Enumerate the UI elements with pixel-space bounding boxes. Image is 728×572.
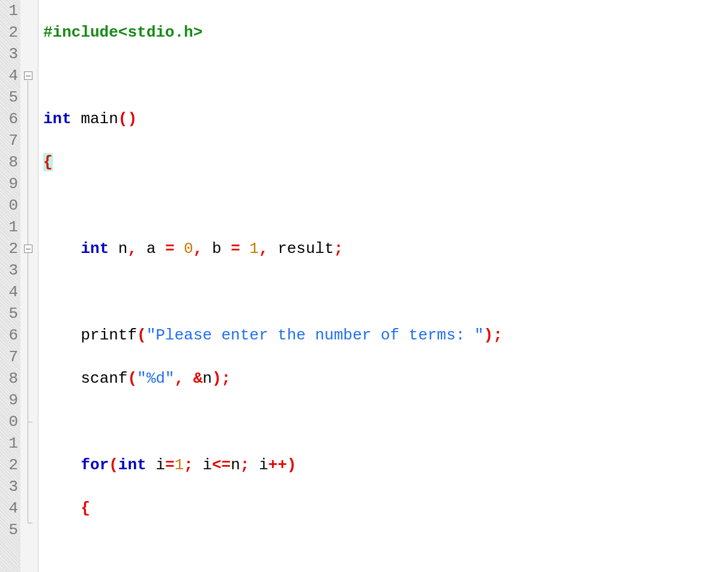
paren-close-token: ) <box>127 110 137 128</box>
semicolon-token: ; <box>493 326 503 344</box>
semicolon-token: ; <box>184 456 193 474</box>
line-number: 2 <box>0 454 18 476</box>
whitespace <box>174 240 184 258</box>
code-line[interactable]: { <box>43 151 728 173</box>
line-number: 1 <box>0 433 18 454</box>
paren-close-token: ) <box>212 370 222 388</box>
paren-open-token: ( <box>137 326 147 344</box>
fold-end-marker <box>28 523 32 523</box>
code-line[interactable]: scanf("%d", &n); <box>43 368 728 389</box>
identifier-token: a <box>137 240 165 258</box>
line-number-gutter: 1 2 3 4 5 6 7 8 9 0 1 2 3 4 5 6 7 8 9 0 … <box>0 0 20 572</box>
fold-guide <box>28 81 28 523</box>
fold-toggle-icon[interactable] <box>24 72 32 80</box>
identifier-token: i <box>147 456 165 474</box>
code-line[interactable]: #include<stdio.h> <box>43 22 728 43</box>
line-number: 4 <box>0 65 18 87</box>
operator-token: <= <box>212 456 231 474</box>
line-number: 0 <box>0 195 18 216</box>
fold-toggle-icon[interactable] <box>24 245 32 253</box>
code-editor: 1 2 3 4 5 6 7 8 9 0 1 2 3 4 5 6 7 8 9 0 … <box>0 0 728 572</box>
identifier-token: n <box>202 370 212 388</box>
line-number: 6 <box>0 324 18 346</box>
code-line[interactable] <box>43 195 728 216</box>
identifier-token: i <box>193 456 212 474</box>
paren-open-token: ( <box>109 456 118 474</box>
line-number: 1 <box>0 216 18 238</box>
code-line[interactable] <box>43 541 728 562</box>
line-number: 5 <box>0 303 18 324</box>
code-area[interactable]: #include<stdio.h> int main() { int n, a … <box>38 0 728 572</box>
fold-end-marker <box>28 422 32 422</box>
paren-open-token: ( <box>127 370 137 388</box>
code-line[interactable]: for(int i=1; i<=n; i++) <box>43 454 728 476</box>
equals-token: = <box>231 240 240 258</box>
line-number: 8 <box>0 368 18 389</box>
line-number: 7 <box>0 346 18 368</box>
number-token: 1 <box>249 240 259 258</box>
identifier-token: n <box>109 240 127 258</box>
keyword-token: int <box>118 456 147 474</box>
paren-close-token: ) <box>484 326 493 344</box>
line-number: 2 <box>0 22 18 43</box>
code-line[interactable]: int n, a = 0, b = 1, result; <box>43 238 728 260</box>
line-number: 1 <box>0 0 18 22</box>
keyword-token: for <box>80 456 109 474</box>
number-token: 0 <box>184 240 193 258</box>
line-number: 3 <box>0 476 18 497</box>
paren-open-token: ( <box>118 110 128 128</box>
comma-token: , <box>193 240 203 258</box>
whitespace <box>240 240 250 258</box>
comma-token: , <box>259 240 268 258</box>
semicolon-token: ; <box>334 240 344 258</box>
line-number: 7 <box>0 130 18 151</box>
code-line[interactable]: int main() <box>43 108 728 130</box>
equals-token: = <box>165 456 175 474</box>
line-number: 3 <box>0 43 18 65</box>
line-number: 3 <box>0 260 18 281</box>
fold-column <box>20 0 38 572</box>
comma-token: , <box>174 370 184 388</box>
comma-token: , <box>127 240 137 258</box>
brace-open-token: { <box>43 153 53 171</box>
brace-open-token: { <box>80 499 90 517</box>
line-number: 4 <box>0 281 18 303</box>
code-line[interactable] <box>43 65 728 87</box>
string-token: "Please enter the number of terms: " <box>147 326 484 344</box>
identifier-token: i <box>249 456 268 474</box>
line-number: 4 <box>0 497 18 519</box>
code-line[interactable]: printf("Please enter the number of terms… <box>43 324 728 346</box>
whitespace <box>184 370 193 388</box>
line-number: 0 <box>0 411 18 433</box>
operator-token: ++ <box>268 456 287 474</box>
line-number: 5 <box>0 519 18 541</box>
string-token: "%d" <box>137 370 174 388</box>
keyword-token: int <box>80 240 109 258</box>
paren-close-token: ) <box>287 456 297 474</box>
ampersand-token: & <box>193 370 203 388</box>
equals-token: = <box>165 240 175 258</box>
line-number: 5 <box>0 87 18 108</box>
line-number: 6 <box>0 108 18 130</box>
line-number: 2 <box>0 238 18 260</box>
semicolon-token: ; <box>222 370 231 388</box>
keyword-token: int <box>43 110 71 128</box>
code-line[interactable] <box>43 411 728 433</box>
identifier-token: printf <box>80 326 137 344</box>
identifier-token: scanf <box>80 370 127 388</box>
line-number: 9 <box>0 173 18 195</box>
identifier-token: b <box>202 240 231 258</box>
code-line[interactable] <box>43 281 728 303</box>
identifier-token: main <box>71 110 118 128</box>
preprocessor-token: #include<stdio.h> <box>43 23 202 41</box>
line-number: 8 <box>0 151 18 173</box>
code-line[interactable]: { <box>43 497 728 519</box>
line-number: 9 <box>0 389 18 411</box>
identifier-token: n <box>231 456 240 474</box>
number-token: 1 <box>174 456 184 474</box>
semicolon-token: ; <box>240 456 250 474</box>
identifier-token: result <box>268 240 334 258</box>
